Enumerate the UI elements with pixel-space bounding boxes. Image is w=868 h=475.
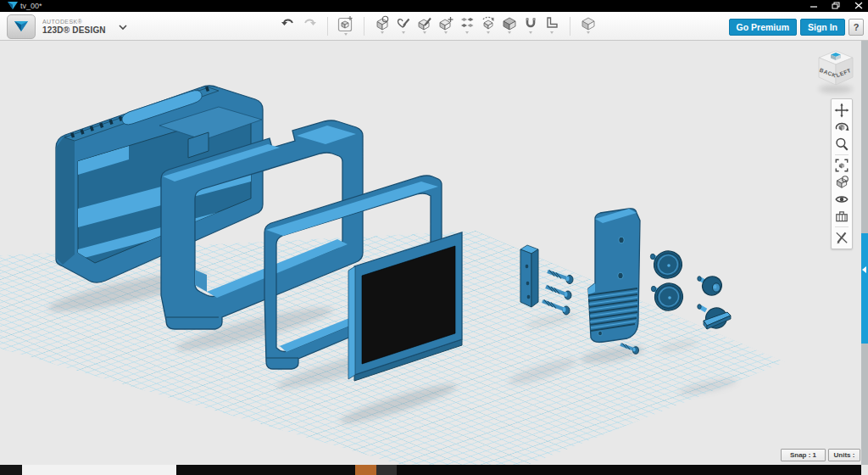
tool-modify[interactable] bbox=[437, 15, 454, 37]
nav-separator bbox=[835, 154, 849, 155]
zoom-icon[interactable] bbox=[834, 137, 849, 152]
view-cube[interactable]: BACK LEFT bbox=[819, 51, 853, 93]
orbit-icon[interactable] bbox=[834, 120, 849, 135]
app-logo-tile bbox=[7, 14, 36, 39]
scroll-thumb[interactable] bbox=[861, 233, 868, 344]
app-menu[interactable]: AUTODESK® 123D® DESIGN bbox=[7, 14, 128, 39]
tool-strip bbox=[280, 15, 597, 37]
tool-sketch[interactable] bbox=[395, 15, 412, 37]
tool-construct[interactable] bbox=[416, 15, 433, 37]
document-title: tv_00* bbox=[20, 2, 42, 10]
primitives-icon bbox=[375, 15, 390, 31]
toolbar-separator bbox=[364, 17, 364, 36]
toolbar-separator bbox=[327, 17, 328, 36]
brand-text: AUTODESK® 123D® DESIGN bbox=[42, 19, 106, 35]
visibility-icon[interactable] bbox=[834, 192, 849, 207]
grouping-icon bbox=[481, 15, 496, 31]
fit-view-icon[interactable] bbox=[834, 158, 849, 173]
part-back-plate[interactable] bbox=[588, 209, 640, 343]
side-scroll-strip[interactable] bbox=[861, 41, 868, 465]
main-toolbar: AUTODESK® 123D® DESIGN bbox=[0, 12, 868, 41]
dropdown-caret bbox=[381, 31, 384, 34]
app-window: tv_00* AUTODESK® bbox=[0, 0, 868, 475]
pattern-icon bbox=[459, 15, 475, 31]
hide-sketch-icon[interactable] bbox=[834, 230, 849, 245]
taskbar-segment bbox=[176, 465, 355, 475]
sketch-icon bbox=[396, 15, 411, 31]
close-button[interactable] bbox=[854, 1, 863, 10]
title-bar: tv_00* bbox=[0, 0, 868, 12]
ruler-icon bbox=[544, 15, 559, 31]
dropdown-caret bbox=[344, 33, 348, 36]
magnet-icon bbox=[523, 15, 538, 31]
toolbar-separator bbox=[570, 17, 570, 36]
dropdown-caret bbox=[508, 31, 511, 34]
go-premium-button[interactable]: Go Premium bbox=[729, 19, 797, 36]
redo-button[interactable] bbox=[301, 15, 318, 37]
tool-measure[interactable] bbox=[543, 15, 560, 37]
brand-123d-design: 123D® DESIGN bbox=[42, 26, 106, 35]
modify-icon bbox=[438, 15, 453, 31]
dropdown-caret bbox=[423, 31, 426, 34]
123d-logo-icon bbox=[14, 20, 29, 33]
tool-grouping[interactable] bbox=[480, 15, 497, 37]
units-indicator[interactable]: Units : mm bbox=[828, 449, 860, 461]
restore-button[interactable] bbox=[832, 1, 841, 10]
brand-autodesk: AUTODESK® bbox=[42, 19, 106, 25]
dropdown-caret bbox=[487, 31, 490, 34]
redo-icon bbox=[302, 15, 317, 31]
app-logo-icon bbox=[7, 1, 19, 11]
part-dial-knob-1[interactable] bbox=[650, 247, 686, 282]
tool-pattern[interactable] bbox=[459, 15, 476, 37]
taskbar-segment bbox=[397, 465, 861, 475]
tool-primitives[interactable] bbox=[374, 15, 391, 37]
help-button[interactable]: ? bbox=[849, 19, 864, 36]
construct-icon bbox=[417, 15, 432, 31]
tool-view[interactable] bbox=[580, 15, 597, 37]
dropdown-caret bbox=[444, 31, 448, 34]
part-small-knob[interactable] bbox=[698, 274, 725, 299]
taskbar-item-gray[interactable] bbox=[376, 465, 397, 475]
snap-indicator[interactable]: Snap : 1 bbox=[781, 449, 826, 461]
sign-in-button[interactable]: Sign In bbox=[800, 19, 845, 36]
dropdown-caret bbox=[402, 31, 405, 34]
scene-canvas[interactable]: BACK LEFT bbox=[0, 41, 868, 465]
tool-snap[interactable] bbox=[522, 15, 539, 37]
viewport-3d[interactable]: BACK LEFT bbox=[0, 41, 868, 465]
minimize-button[interactable] bbox=[810, 1, 818, 10]
tool-transform[interactable] bbox=[337, 15, 354, 37]
sketch-plane-icon[interactable] bbox=[834, 209, 849, 224]
nav-separator bbox=[835, 226, 849, 227]
undo-button[interactable] bbox=[280, 15, 297, 37]
chevron-down-icon bbox=[118, 24, 128, 31]
taskbar-active-window[interactable] bbox=[22, 465, 176, 475]
taskbar-segment bbox=[0, 465, 22, 475]
nav-toolbar bbox=[831, 98, 853, 249]
combine-icon bbox=[502, 15, 517, 31]
collapse-arrow-icon[interactable] bbox=[862, 266, 866, 273]
os-taskbar[interactable] bbox=[0, 465, 868, 475]
undo-icon bbox=[281, 15, 296, 31]
dropdown-caret bbox=[587, 31, 590, 34]
dropdown-caret bbox=[550, 31, 554, 34]
part-button-strip[interactable] bbox=[520, 245, 538, 307]
view-cube-icon bbox=[581, 15, 596, 31]
pan-icon[interactable] bbox=[834, 103, 849, 118]
tool-combine[interactable] bbox=[501, 15, 518, 37]
transform-icon bbox=[337, 15, 354, 32]
dropdown-caret bbox=[529, 31, 532, 34]
dropdown-caret bbox=[465, 31, 469, 34]
taskbar-show-desktop[interactable] bbox=[861, 465, 868, 475]
material-icon[interactable] bbox=[834, 175, 849, 190]
taskbar-item-orange[interactable] bbox=[355, 465, 376, 475]
